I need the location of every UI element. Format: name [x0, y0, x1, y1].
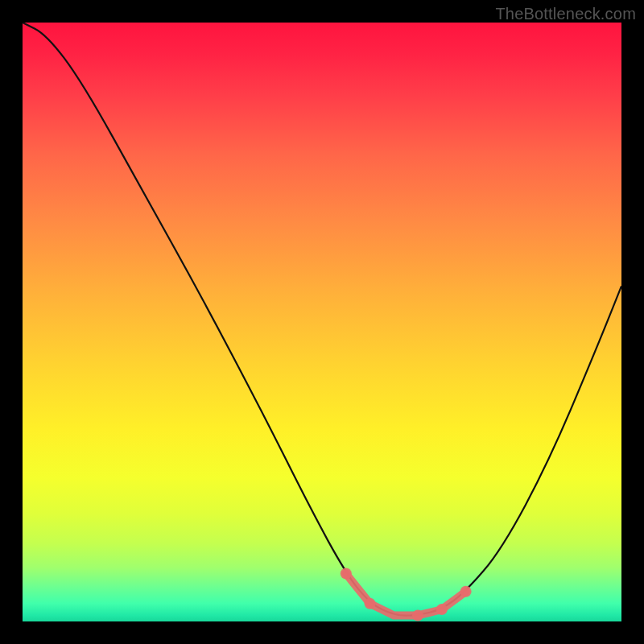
optimal-region-highlight — [346, 574, 466, 616]
highlight-dot — [365, 598, 376, 609]
highlight-dot — [460, 586, 472, 597]
curve-svg — [23, 23, 621, 621]
watermark-text: TheBottleneck.com — [495, 5, 636, 23]
bottleneck-curve-path — [23, 23, 621, 616]
highlight-dot — [436, 604, 448, 615]
plot-area — [23, 23, 621, 621]
chart-root: TheBottleneck.com — [0, 0, 644, 644]
highlight-dot — [341, 568, 352, 580]
highlight-dot — [412, 610, 423, 621]
